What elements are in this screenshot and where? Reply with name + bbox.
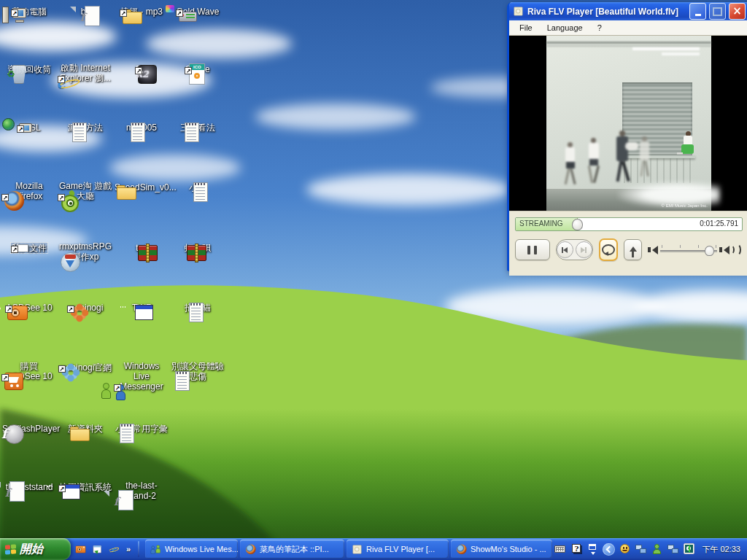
taskbar-button[interactable]: Windows Live Mes... bbox=[145, 540, 238, 559]
shortcut-arrow-icon: ↗ bbox=[1, 374, 9, 381]
riva-app-icon bbox=[512, 5, 525, 18]
progress-knob[interactable] bbox=[572, 219, 583, 230]
tray-langbar-icon[interactable] bbox=[587, 543, 598, 555]
tray-network-icon[interactable] bbox=[667, 543, 679, 555]
desktop-icon-ie[interactable]: e↗啟動 Internet Explorer 瀏... bbox=[58, 62, 113, 84]
tray-network-icon[interactable] bbox=[635, 543, 647, 555]
maximize-button[interactable] bbox=[709, 3, 726, 20]
menu-file[interactable]: File bbox=[515, 22, 543, 34]
taskbar-button[interactable]: Riva FLV Player [... bbox=[347, 540, 449, 559]
acdsee-quicklaunch-icon[interactable] bbox=[74, 543, 87, 556]
desktop-icon-flashdoc[interactable]: fbs bbox=[58, 4, 113, 18]
desktop-icon-folder[interactable]: 新資料夾 bbox=[58, 421, 113, 435]
close-button[interactable]: × bbox=[729, 3, 746, 20]
shortcut-arrow-icon: ↗ bbox=[67, 306, 74, 313]
tray-mediaapp-icon[interactable] bbox=[684, 543, 695, 555]
desktop-icon-notepad[interactable]: 小菜 bbox=[170, 180, 225, 193]
time-display: 0:01:25.791 bbox=[700, 219, 738, 228]
desktop-icon-notepad[interactable]: 漏洞方法 bbox=[58, 120, 113, 133]
volume-low-icon bbox=[648, 246, 658, 254]
desktop-icon-notepad[interactable]: 小菜常用字彙 bbox=[114, 421, 169, 435]
taskbar: 開始 e» Windows Live Mes...菜鳥的筆記本 ::PI...R… bbox=[0, 538, 747, 560]
msn-icon bbox=[150, 543, 162, 556]
tray-ime-icon[interactable]: ? bbox=[570, 543, 582, 555]
shortcut-arrow-icon: ↗ bbox=[176, 9, 183, 17]
taskbar-button[interactable]: ShowMo's Studio - ... bbox=[451, 540, 552, 559]
desktop-icon-flashplayer[interactable]: fSAFlashPlayer bbox=[1, 421, 57, 435]
tray-contact-icon[interactable] bbox=[651, 543, 663, 555]
desktop-icon-notepad[interactable]: 別讓父母體驗悲傷 bbox=[170, 360, 225, 382]
riva-icon bbox=[351, 543, 363, 556]
desktop-icon-flashdoc[interactable]: fthe-last-stand-2 bbox=[114, 480, 169, 502]
mail-window-quicklaunch-icon[interactable] bbox=[91, 543, 104, 556]
menu-language[interactable]: Language bbox=[543, 22, 593, 34]
shortcut-arrow-icon: ↗ bbox=[11, 246, 18, 253]
previous-button[interactable] bbox=[557, 241, 573, 258]
tray-clock[interactable]: 下午 02:33 bbox=[702, 544, 740, 555]
shortcut-arrow-icon: ↗ bbox=[58, 365, 66, 373]
shortcut-arrow-icon: ↗ bbox=[11, 9, 18, 17]
desktop-icon-winrar[interactable]: 虹之唄 bbox=[170, 241, 225, 254]
desktop-icon-adsl[interactable]: ↗ADSL bbox=[1, 120, 57, 133]
quicklaunch-overflow-chevron[interactable]: » bbox=[126, 545, 131, 553]
desktop-icon-notepad[interactable]: 招財貓 bbox=[170, 300, 225, 314]
loop-button[interactable] bbox=[599, 238, 619, 261]
desktop-icon-recycle[interactable]: ♻資源回收筒 bbox=[1, 62, 57, 75]
shortcut-arrow-icon: ↗ bbox=[5, 306, 12, 313]
tray-keyboard-icon[interactable] bbox=[554, 543, 566, 555]
shortcut-arrow-icon: ↗ bbox=[58, 76, 65, 83]
desktop-icon-knotblue[interactable]: ↗mabinogi官網 bbox=[58, 360, 113, 373]
desktop-icon-cart[interactable]: ↗購買 ACDSee 10 bbox=[1, 360, 57, 382]
shortcut-arrow-icon: ↗ bbox=[135, 67, 142, 74]
desktop-icon-game[interactable]: ↗Game淘 遊戲大廳 bbox=[58, 180, 113, 202]
shortcut-arrow-icon: ↗ bbox=[114, 384, 121, 392]
shortcut-arrow-icon: ↗ bbox=[185, 67, 192, 74]
desktop-icon-winrar[interactable]: twf bbox=[114, 241, 169, 254]
desktop-icon-window[interactable]: TWF bbox=[114, 300, 169, 314]
desktop-icon-skypeico[interactable]: ICO↗Skype bbox=[170, 62, 225, 75]
tray-collapse-chevron-icon[interactable] bbox=[603, 543, 615, 556]
system-tray: ?下午 02:33 bbox=[551, 538, 747, 560]
desktop-icon-notepad[interactable]: 三種看法 bbox=[170, 120, 225, 133]
desktop-icon-msn[interactable]: ↗Windows Live Messenger bbox=[114, 360, 169, 392]
volume-high-icon bbox=[719, 244, 741, 256]
volume-control bbox=[648, 244, 743, 256]
taskbar-button-label: Riva FLV Player [... bbox=[366, 545, 435, 553]
fullscreen-button[interactable] bbox=[624, 239, 642, 260]
volume-knob[interactable] bbox=[705, 246, 714, 256]
desktop-icon-mydocs[interactable]: ↗我的文件 bbox=[1, 241, 57, 254]
start-button[interactable]: 開始 bbox=[0, 538, 71, 560]
desktop-icon-folder[interactable]: ↗捷徑 - mp3 bbox=[114, 4, 169, 18]
next-button[interactable] bbox=[576, 241, 592, 258]
shortcut-arrow-icon: ↗ bbox=[58, 485, 66, 492]
desktop-icon-folder[interactable]: SpeedSim_v0... bbox=[114, 180, 169, 193]
minimize-button[interactable] bbox=[689, 3, 706, 20]
tray-smiley-icon[interactable] bbox=[619, 543, 631, 555]
volume-slider[interactable] bbox=[660, 244, 717, 255]
taskbar-separator bbox=[138, 541, 139, 557]
menu-help[interactable]: ? bbox=[593, 22, 612, 34]
desktop-icon-r2[interactable]: R2↗R2 bbox=[114, 62, 169, 75]
progress-bar[interactable]: STREAMING 0:01:25.791 bbox=[515, 217, 743, 231]
start-label: 開始 bbox=[20, 542, 43, 557]
internet-explorer-quicklaunch-icon[interactable]: e bbox=[108, 543, 120, 556]
firefox-icon bbox=[455, 543, 468, 556]
desktop-icon-rpgmaker[interactable]: rmxptmsRPG 製作xp bbox=[58, 241, 113, 262]
quick-launch-bar: e» bbox=[74, 538, 139, 560]
stream-status: STREAMING bbox=[519, 219, 562, 228]
desktop-icon-acdsee[interactable]: ↗ACDSee 10 bbox=[1, 300, 57, 314]
desktop-icon-firefox[interactable]: ↗Mozilla Firefox bbox=[1, 180, 57, 202]
taskbar-buttons: Windows Live Mes...菜鳥的筆記本 ::PI...Riva FL… bbox=[145, 540, 552, 559]
pause-button[interactable] bbox=[515, 239, 550, 260]
desktop-icon-notepad[interactable]: mibi005 bbox=[114, 120, 169, 133]
desktop-icon-mabinogi[interactable]: ↗mabinogi bbox=[58, 300, 113, 314]
desktop-icon-goldwave[interactable]: ↗Gold Wave bbox=[170, 4, 225, 18]
album-art: © EMI Music Japan Inc. bbox=[546, 36, 711, 211]
player-menu-bar: File Language ? bbox=[509, 20, 747, 36]
player-title-bar[interactable]: Riva FLV Player [Beautiful World.flv] × bbox=[509, 2, 747, 20]
desktop-icon-computer[interactable]: ↗我的電腦 bbox=[1, 4, 57, 18]
player-controls: STREAMING 0:01:25.791 bbox=[509, 211, 747, 276]
album-copyright: © EMI Music Japan Inc. bbox=[662, 203, 708, 208]
shortcut-arrow-icon: ↗ bbox=[17, 125, 24, 133]
taskbar-button[interactable]: 菜鳥的筆記本 ::PI... bbox=[240, 540, 344, 559]
